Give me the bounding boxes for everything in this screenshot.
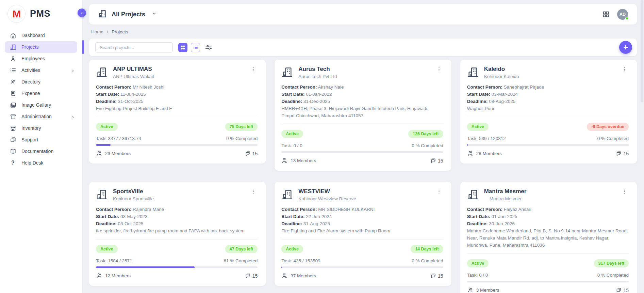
sidebar: M PMS Dashboard Projects Employees Activ… — [0, 0, 82, 293]
days-left-badge: 75 Days left — [225, 123, 258, 131]
start-label: Start Date: — [96, 214, 119, 219]
project-card[interactable]: Kaleido Kohinoor Kaleido Contact Person:… — [460, 60, 637, 164]
sidebar-collapse-button[interactable]: ‹ — [78, 9, 86, 17]
project-subtitle: Aurus Tech Pvt Ltd — [298, 74, 429, 79]
progress-bar — [281, 266, 443, 268]
kebab-menu-icon[interactable] — [249, 66, 258, 73]
status-badge: Active — [96, 123, 118, 131]
breadcrumb-current[interactable]: Projects — [112, 29, 128, 34]
project-details: Contact Person: MR SIDDHESH KULKARNI Sta… — [281, 206, 443, 234]
vertical-scrollbar[interactable] — [641, 0, 643, 293]
kebab-menu-icon[interactable] — [620, 188, 629, 195]
project-description: HMRR+4XH, Phase 3, Hinjawadi Rajiv Gandh… — [281, 105, 443, 119]
project-title: Mantra Mesmer — [484, 188, 615, 195]
sidebar-item-label: Documentation — [21, 149, 53, 154]
page-title: All Projects — [112, 11, 145, 18]
contact-label: Contact Person: — [96, 207, 131, 212]
sidebar-item-help-desk[interactable]: ? Help Desk — [5, 157, 77, 169]
sidebar-item-directory[interactable]: Directory — [5, 76, 77, 88]
project-subtitle: ANP Ultimas Wakad — [113, 74, 244, 79]
building-icon — [10, 44, 16, 50]
status-badge: Active — [281, 130, 303, 138]
project-card[interactable]: Aurus Tech Aurus Tech Pvt Ltd Contact Pe… — [275, 60, 451, 171]
chat-icon — [615, 150, 622, 157]
project-scope-dropdown[interactable]: All Projects — [98, 9, 157, 19]
sidebar-item-label: Support — [21, 137, 38, 142]
days-left-badge: 136 Days left — [408, 130, 443, 138]
comments-count[interactable]: 15 — [244, 150, 258, 157]
project-cards-grid: ANP ULTIMAS ANP Ultimas Wakad Contact Pe… — [89, 60, 637, 293]
sidebar-nav: Dashboard Projects Employees Activities … — [0, 30, 82, 169]
project-card[interactable]: SportsVille Kohinoor Sportsville Contact… — [89, 182, 266, 286]
app-logo[interactable]: M PMS — [0, 0, 82, 26]
task-count: Task: 0 / 0 — [281, 143, 302, 148]
members-count[interactable]: 13 Members — [281, 157, 316, 164]
sidebar-item-dashboard[interactable]: Dashboard — [5, 30, 77, 41]
comments-count[interactable]: 15 — [244, 273, 258, 279]
sidebar-item-label: Directory — [21, 79, 40, 84]
breadcrumb-home[interactable]: Home — [91, 29, 103, 34]
members-icon — [467, 150, 474, 157]
project-subtitle: Kohinoor Westview Reserve — [298, 196, 429, 201]
start-value: 11-Jun-2025 — [120, 92, 146, 97]
sidebar-item-documentation[interactable]: Documentation — [5, 145, 77, 157]
project-title: SportsVille — [113, 188, 244, 195]
kebab-menu-icon[interactable] — [620, 66, 629, 73]
project-card[interactable]: ANP ULTIMAS ANP Ultimas Wakad Contact Pe… — [89, 60, 266, 164]
list-view-button[interactable] — [191, 43, 200, 52]
sidebar-item-image-gallery[interactable]: Image Gallary — [5, 99, 77, 111]
deadline-label: Deadline: — [96, 99, 117, 104]
kebab-menu-icon[interactable] — [435, 66, 443, 73]
add-project-button[interactable]: + — [619, 41, 632, 54]
filter-sliders-button[interactable] — [205, 44, 212, 51]
sidebar-item-expense[interactable]: Expense — [5, 88, 77, 99]
divider — [96, 117, 258, 117]
start-label: Start Date: — [467, 92, 490, 97]
store-icon — [10, 125, 16, 132]
members-icon — [281, 157, 288, 164]
start-value: 01-Jun-2025 — [492, 214, 517, 219]
view-toggle-group — [178, 43, 212, 52]
sidebar-item-projects[interactable]: Projects — [5, 41, 77, 53]
task-count: Task: 435 / 153509 — [281, 258, 320, 263]
start-value: 03-Mar-2024 — [492, 92, 518, 97]
project-details: Contact Person: Faiyaz Ansari Start Date… — [467, 206, 629, 249]
members-count[interactable]: 37 Members — [281, 273, 316, 279]
sidebar-item-activities[interactable]: Activities › — [5, 64, 77, 76]
members-count[interactable]: 23 Members — [96, 150, 131, 157]
sidebar-item-employees[interactable]: Employees — [5, 53, 77, 64]
project-description: Fire Fighting Project Building E and F — [96, 105, 258, 112]
comments-count[interactable]: 15 — [615, 150, 629, 157]
logo-mark: M — [7, 5, 26, 23]
kebab-menu-icon[interactable] — [435, 188, 443, 195]
start-value: 22-Jun-2024 — [306, 214, 332, 219]
comments-count[interactable]: 15 — [430, 157, 443, 164]
apps-grid-icon[interactable] — [602, 11, 610, 18]
project-card[interactable]: WESTVIEW Kohinoor Westview Reserve Conta… — [275, 182, 451, 286]
project-title: Aurus Tech — [298, 66, 429, 73]
members-icon — [467, 287, 474, 293]
contact-value: Mr Nitesh Joshi — [133, 84, 164, 90]
comments-count[interactable]: 15 — [615, 287, 629, 293]
start-value: 03-May-2023 — [120, 214, 148, 219]
members-count[interactable]: 12 Members — [96, 273, 131, 279]
status-badge: Active — [96, 245, 118, 253]
progress-bar — [467, 281, 629, 282]
sidebar-item-inventory[interactable]: Inventory — [5, 122, 77, 134]
status-badge: Active — [467, 123, 489, 131]
members-count[interactable]: 3 Members — [467, 287, 499, 293]
project-card[interactable]: Mantra Mesmer Mantra Mesmer Contact Pers… — [460, 182, 637, 293]
project-subtitle: Mantra Mesmer — [484, 196, 615, 201]
search-input[interactable] — [95, 42, 173, 52]
members-count[interactable]: 28 Members — [467, 150, 502, 157]
grid-view-button[interactable] — [178, 43, 187, 52]
contact-value: Rajendra Mane — [133, 207, 164, 212]
online-status-dot — [625, 17, 629, 20]
sidebar-item-administration[interactable]: Administration › — [5, 111, 77, 122]
kebab-menu-icon[interactable] — [249, 188, 258, 195]
comments-count[interactable]: 15 — [430, 273, 443, 279]
divider — [467, 253, 629, 254]
sidebar-item-support[interactable]: Support — [5, 134, 77, 145]
main-content: All Projects AD Home › Projects + — [82, 0, 644, 293]
avatar[interactable]: AD — [617, 9, 628, 20]
